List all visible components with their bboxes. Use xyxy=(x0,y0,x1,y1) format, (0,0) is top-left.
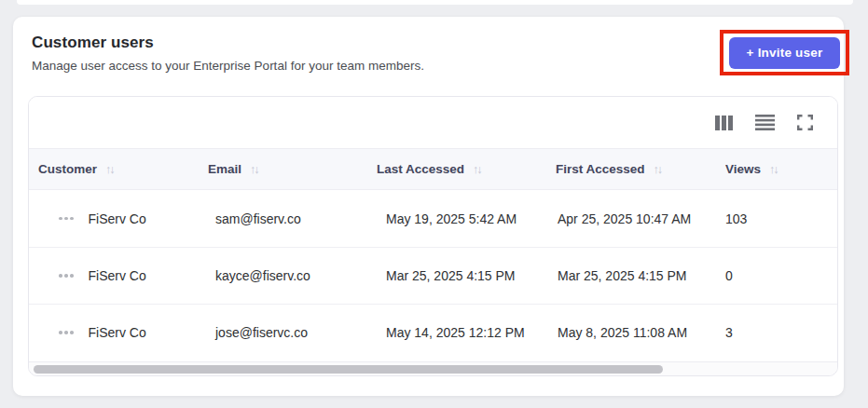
column-header-first-accessed[interactable]: First Accessed ↑↓ xyxy=(546,162,716,176)
top-card-edge xyxy=(17,0,853,5)
first-accessed-cell: Mar 25, 2025 4:15 PM xyxy=(546,268,716,283)
last-accessed-cell: Mar 25, 2025 4:15 PM xyxy=(367,268,546,283)
first-accessed-cell: May 8, 2025 11:08 AM xyxy=(546,325,716,340)
email-cell: kayce@fiserv.co xyxy=(199,268,367,283)
columns-icon[interactable] xyxy=(715,116,733,130)
customer-name: FiServ Co xyxy=(89,211,146,226)
email-cell: jose@fiservc.co xyxy=(199,325,367,340)
views-cell: 0 xyxy=(716,268,837,283)
card-header: Customer users Manage user access to you… xyxy=(13,17,844,73)
sort-icon: ↑↓ xyxy=(654,163,664,176)
column-label: Last Accessed xyxy=(377,162,464,176)
horizontal-scrollbar-thumb[interactable] xyxy=(34,365,663,374)
invite-user-button[interactable]: + Invite user xyxy=(729,37,840,69)
page-subtitle: Manage user access to your Enterprise Po… xyxy=(32,59,825,73)
users-table-container: Customer ↑↓ Email ↑↓ Last Accessed ↑↓ Fi… xyxy=(28,96,838,376)
last-accessed-cell: May 14, 2025 12:12 PM xyxy=(367,325,546,340)
row-density-icon[interactable] xyxy=(755,115,775,130)
column-label: Customer xyxy=(38,162,97,176)
row-actions-icon[interactable] xyxy=(59,213,74,224)
customer-cell: FiServ Co xyxy=(29,211,199,226)
page-title: Customer users xyxy=(32,34,825,52)
customer-name: FiServ Co xyxy=(89,268,146,283)
customer-cell: FiServ Co xyxy=(29,268,199,283)
sort-icon: ↑↓ xyxy=(769,163,779,176)
customer-name: FiServ Co xyxy=(89,325,146,340)
sort-icon: ↑↓ xyxy=(250,163,260,176)
table-row[interactable]: FiServ Co jose@fiservc.co May 14, 2025 1… xyxy=(29,304,837,360)
first-accessed-cell: Apr 25, 2025 10:47 AM xyxy=(546,211,716,226)
customer-users-card: Customer users Manage user access to you… xyxy=(13,17,844,396)
column-header-email[interactable]: Email ↑↓ xyxy=(199,162,367,176)
horizontal-scrollbar-track[interactable] xyxy=(29,361,837,375)
views-cell: 103 xyxy=(716,211,837,226)
column-label: First Accessed xyxy=(556,162,645,176)
sort-icon: ↑↓ xyxy=(473,163,483,176)
customer-cell: FiServ Co xyxy=(29,325,199,340)
row-actions-icon[interactable] xyxy=(59,270,74,281)
column-header-last-accessed[interactable]: Last Accessed ↑↓ xyxy=(367,162,546,176)
annotation-highlight: + Invite user xyxy=(720,30,849,75)
column-header-views[interactable]: Views ↑↓ xyxy=(716,162,837,176)
row-actions-icon[interactable] xyxy=(59,327,74,338)
table-row[interactable]: FiServ Co sam@fiserv.co May 19, 2025 5:4… xyxy=(29,190,837,247)
views-cell: 3 xyxy=(716,325,837,340)
column-label: Email xyxy=(208,162,241,176)
last-accessed-cell: May 19, 2025 5:42 AM xyxy=(367,211,546,226)
table-header-row: Customer ↑↓ Email ↑↓ Last Accessed ↑↓ Fi… xyxy=(29,148,837,190)
table-row[interactable]: FiServ Co kayce@fiserv.co Mar 25, 2025 4… xyxy=(29,247,837,304)
email-cell: sam@fiserv.co xyxy=(199,211,367,226)
fullscreen-icon[interactable] xyxy=(797,115,813,130)
table-toolbar xyxy=(29,97,837,148)
column-header-customer[interactable]: Customer ↑↓ xyxy=(29,162,199,176)
sort-icon: ↑↓ xyxy=(105,163,116,176)
column-label: Views xyxy=(725,162,761,176)
